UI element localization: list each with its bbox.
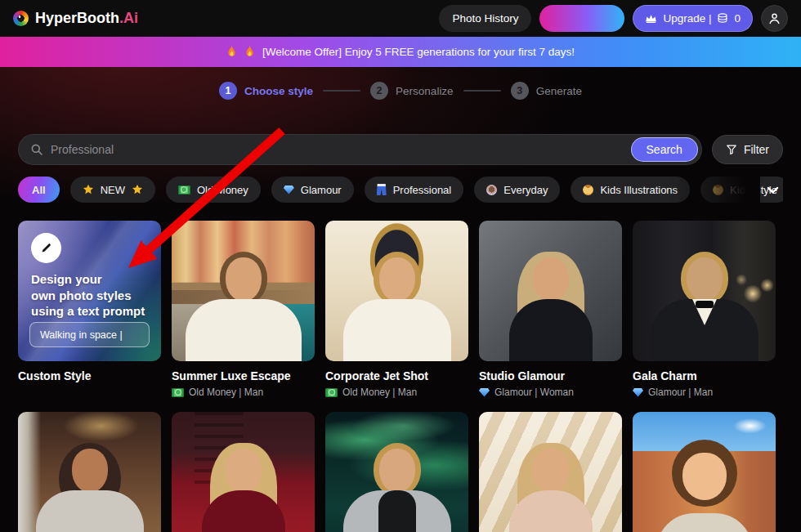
style-photo[interactable] xyxy=(479,221,622,361)
upgrade-label: Upgrade | xyxy=(663,12,711,25)
app-logo[interactable]: HyperBooth.Ai xyxy=(13,10,138,27)
credits-count: 0 xyxy=(734,12,741,25)
logo-name: HyperBooth xyxy=(35,10,119,26)
step-label: Personalize xyxy=(396,85,454,97)
diamond-icon xyxy=(284,186,294,194)
style-photo[interactable] xyxy=(172,221,315,361)
search-row: Search Filter xyxy=(18,134,783,165)
style-photo[interactable] xyxy=(633,221,776,361)
chip-everyday[interactable]: Everyday xyxy=(474,177,560,203)
portrait-woman xyxy=(172,412,315,532)
search-box[interactable]: Search xyxy=(18,134,702,165)
photo-history-button[interactable]: Photo History xyxy=(439,5,531,32)
top-bar: HyperBooth.Ai Photo History Upgrade | 0 xyxy=(0,0,801,37)
card-title: Custom Style xyxy=(18,369,161,382)
portrait-cartoon-boy xyxy=(633,412,776,532)
chip-new[interactable]: NEW xyxy=(70,177,155,203)
child-face-icon xyxy=(713,185,723,195)
chip-all[interactable]: All xyxy=(18,177,60,203)
style-photo[interactable] xyxy=(479,412,622,532)
stepper: 1 Choose style 2 Personalize 3 Generate xyxy=(0,82,801,100)
step-label: Generate xyxy=(536,85,582,97)
chip-label: All xyxy=(32,184,46,196)
card-title: Corporate Jet Shot xyxy=(325,369,468,382)
card-title: Gala Charm xyxy=(633,369,776,382)
filter-label: Filter xyxy=(744,143,769,156)
diamond-icon xyxy=(479,388,490,397)
custom-prompt-value: Walking in space | xyxy=(40,329,123,341)
style-card-business-woman[interactable] xyxy=(18,412,161,532)
style-photo[interactable] xyxy=(633,412,776,532)
chips-expand-button[interactable] xyxy=(762,181,783,200)
custom-style-card[interactable]: Design your own photo styles using a tex… xyxy=(18,221,161,398)
portrait-woman xyxy=(479,412,622,532)
style-card-cartoon-boy[interactable] xyxy=(633,412,776,532)
step-connector xyxy=(323,90,360,92)
photo-history-label: Photo History xyxy=(452,12,518,25)
step-choose-style[interactable]: 1 Choose style xyxy=(219,82,313,100)
category-chips: All NEW Old Money Glamour Professional xyxy=(18,177,783,203)
style-card-gala-woman[interactable] xyxy=(479,412,622,532)
account-button[interactable] xyxy=(761,5,788,32)
portrait-woman xyxy=(479,221,622,361)
chip-professional[interactable]: Professional xyxy=(365,177,464,203)
logo-text: HyperBooth.Ai xyxy=(35,10,138,27)
style-card-gala-charm[interactable]: Gala Charm Glamour | Man xyxy=(633,221,776,398)
filter-funnel-icon xyxy=(726,144,737,155)
portrait-man xyxy=(325,221,468,361)
search-icon xyxy=(30,143,43,156)
coins-icon xyxy=(717,13,728,24)
style-card-studio-glamour[interactable]: Studio Glamour Glamour | Woman xyxy=(479,221,622,398)
suit-icon xyxy=(377,184,387,195)
portrait-woman xyxy=(18,412,161,532)
crown-icon xyxy=(645,14,657,23)
diamond-icon xyxy=(633,388,643,397)
chip-old-money[interactable]: Old Money xyxy=(166,177,261,203)
card-title: Summer Luxe Escape xyxy=(172,369,315,382)
money-icon xyxy=(172,388,184,397)
chip-label: Glamour xyxy=(301,184,342,196)
gradient-pill-button[interactable] xyxy=(539,5,624,32)
card-category: Glamour | Woman xyxy=(479,387,622,398)
step-number: 3 xyxy=(511,82,529,100)
search-button[interactable]: Search xyxy=(631,137,698,162)
card-category: Glamour | Man xyxy=(633,387,776,398)
category-label: Old Money | Man xyxy=(189,387,263,398)
child-face-icon xyxy=(583,185,593,195)
category-label: Glamour | Man xyxy=(648,387,713,398)
page: HyperBooth.Ai Photo History Upgrade | 0 … xyxy=(0,0,801,532)
style-photo[interactable] xyxy=(172,412,315,532)
chevron-down-icon xyxy=(767,186,779,194)
search-input[interactable] xyxy=(51,143,624,156)
chip-label: Old Money xyxy=(197,184,248,196)
upgrade-button[interactable]: Upgrade | 0 xyxy=(633,5,753,32)
filter-button[interactable]: Filter xyxy=(712,135,783,164)
style-photo[interactable] xyxy=(18,412,161,532)
topbar-actions: Photo History Upgrade | 0 xyxy=(439,5,788,32)
step-number: 1 xyxy=(219,82,237,100)
custom-prompt-input[interactable]: Walking in space | xyxy=(29,322,150,347)
style-photo[interactable] xyxy=(325,221,468,361)
fire-icon xyxy=(226,45,237,58)
style-photo[interactable] xyxy=(325,412,468,532)
category-label: Glamour | Woman xyxy=(494,387,574,398)
category-label: Old Money | Man xyxy=(342,387,417,398)
chip-label: Kids Illustrations xyxy=(600,184,678,196)
star-icon xyxy=(83,184,94,195)
style-card-summer-luxe-escape[interactable]: Summer Luxe Escape Old Money | Man xyxy=(172,221,315,398)
step-personalize[interactable]: 2 Personalize xyxy=(370,82,454,100)
chip-glamour[interactable]: Glamour xyxy=(271,177,354,203)
portrait-man xyxy=(172,221,315,361)
style-card-aurora[interactable] xyxy=(325,412,468,532)
pencil-badge xyxy=(31,233,61,263)
step-connector xyxy=(463,90,501,92)
step-number: 2 xyxy=(370,82,388,100)
banner-text: [Welcome Offer] Enjoy 5 FREE generations… xyxy=(262,46,575,58)
pencil-icon xyxy=(40,242,52,254)
style-card-red-carpet[interactable] xyxy=(172,412,315,532)
style-card-corporate-jet-shot[interactable]: Corporate Jet Shot Old Money | Man xyxy=(325,221,468,398)
custom-style-heading: Design your own photo styles using a tex… xyxy=(31,271,151,320)
chip-kids-illustrations[interactable]: Kids Illustrations xyxy=(571,177,690,203)
custom-style-photo[interactable]: Design your own photo styles using a tex… xyxy=(18,221,161,361)
step-generate[interactable]: 3 Generate xyxy=(511,82,582,100)
